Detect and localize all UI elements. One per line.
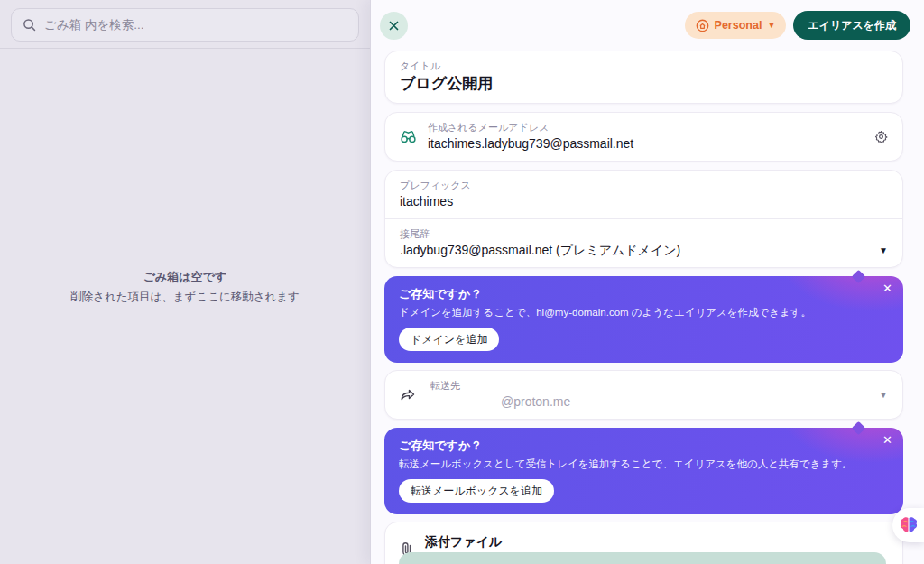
prefix-field[interactable]: プレフィックス itachimes: [385, 171, 902, 218]
vault-home-icon: [696, 19, 709, 32]
app-root: ごみ箱は空です 削除された項目は、まずここに移動されます Personal ▼: [0, 0, 924, 564]
suffix-field[interactable]: 接尾辞 .ladybug739@passmail.net (プレミアムドメイン)…: [385, 219, 902, 267]
prefix-value[interactable]: itachimes: [400, 192, 888, 210]
alias-settings-gear-icon[interactable]: [874, 130, 888, 143]
chevron-down-icon[interactable]: ▼: [879, 245, 888, 255]
close-icon[interactable]: ✕: [882, 282, 892, 294]
add-domain-button[interactable]: ドメインを追加: [399, 328, 499, 351]
create-alias-panel: Personal ▼ エイリアスを作成 タイトル ブログ公開用: [370, 0, 924, 564]
empty-title: ごみ箱は空です: [0, 269, 370, 285]
mailbox-promo-banner: ご存知ですか？ 転送メールボックスとして受信トレイを追加することで、エイリアスを…: [384, 428, 903, 514]
empty-subtitle: 削除された項目は、まずここに移動されます: [0, 290, 370, 305]
close-panel-button[interactable]: [380, 12, 408, 40]
chevron-down-icon: ▼: [767, 21, 775, 30]
title-field[interactable]: タイトル ブログ公開用: [384, 51, 903, 104]
trash-pane: ごみ箱は空です 削除された項目は、まずここに移動されます: [0, 0, 370, 564]
prefix-label: プレフィックス: [400, 179, 888, 192]
title-label: タイトル: [400, 60, 888, 73]
banner-body: 転送メールボックスとして受信トレイを追加することで、エイリアスを他の人と共有でき…: [399, 457, 889, 471]
close-icon[interactable]: ✕: [882, 434, 892, 446]
email-label: 作成されるメールアドレス: [428, 121, 864, 134]
advanced-options-bar[interactable]: [399, 552, 886, 564]
create-alias-button[interactable]: エイリアスを作成: [793, 11, 910, 40]
alias-form: タイトル ブログ公開用 作成されるメールアドレス itachimes.ladyb…: [384, 51, 903, 564]
email-address-field: 作成されるメールアドレス itachimes.ladybug739@passma…: [384, 112, 903, 162]
banner-title: ご存知ですか？: [399, 438, 889, 454]
close-icon: [389, 21, 399, 31]
prefix-suffix-card: プレフィックス itachimes 接尾辞 .ladybug739@passma…: [384, 170, 903, 268]
attachment-label: 添付ファイル: [425, 533, 888, 550]
vault-label: Personal: [715, 19, 762, 32]
search-icon: [23, 18, 36, 32]
title-value[interactable]: ブログ公開用: [400, 73, 888, 95]
forward-to-field[interactable]: 転送先 @proton.me ▼: [384, 370, 903, 420]
divider: [0, 48, 370, 49]
add-forward-mailbox-button[interactable]: 転送メールボックスを追加: [399, 479, 554, 503]
browser-extension-widget[interactable]: [892, 508, 924, 542]
trash-search-bar[interactable]: [11, 8, 359, 42]
brain-icon: [899, 516, 919, 534]
suffix-value[interactable]: .ladybug739@passmail.net (プレミアムドメイン): [400, 241, 879, 259]
banner-body: ドメインを追加することで、hi@my-domain.com のようなエイリアスを…: [399, 305, 889, 319]
email-field-text: 作成されるメールアドレス itachimes.ladybug739@passma…: [428, 121, 864, 153]
panel-header: Personal ▼ エイリアスを作成: [371, 0, 924, 51]
email-value: itachimes.ladybug739@passmail.net: [428, 134, 864, 153]
search-input[interactable]: [44, 18, 347, 32]
forward-placeholder[interactable]: @proton.me: [501, 393, 868, 411]
alias-mask-icon: [400, 130, 417, 144]
forward-label: 転送先: [430, 379, 868, 393]
banner-title: ご存知ですか？: [399, 286, 889, 302]
vault-selector-button[interactable]: Personal ▼: [685, 12, 787, 39]
forward-arrow-icon: [400, 388, 416, 402]
chevron-down-icon[interactable]: ▼: [879, 390, 888, 400]
header-actions: Personal ▼ エイリアスを作成: [685, 11, 910, 40]
trash-empty-state: ごみ箱は空です 削除された項目は、まずここに移動されます: [0, 269, 370, 305]
suffix-label: 接尾辞: [400, 227, 888, 241]
domain-promo-banner: ご存知ですか？ ドメインを追加することで、hi@my-domain.com のよ…: [384, 276, 903, 363]
